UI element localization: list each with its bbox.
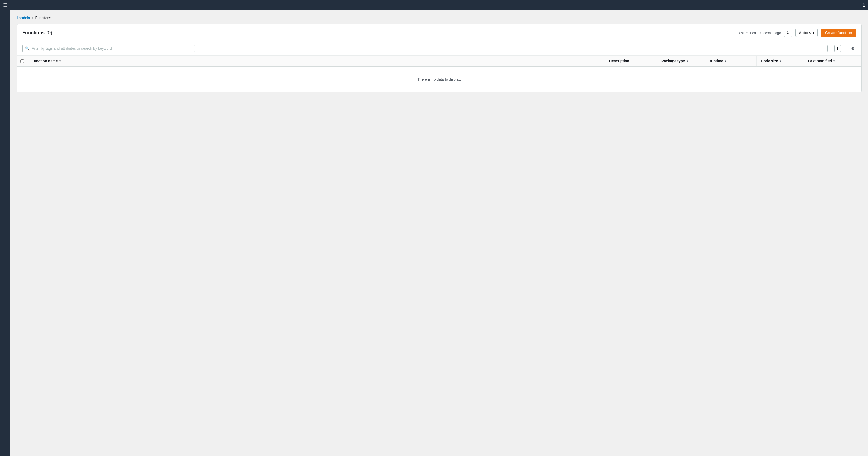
actions-button[interactable]: Actions ▾ (796, 29, 818, 37)
breadcrumb-lambda-link[interactable]: Lambda (17, 16, 30, 20)
column-label-last-modified: Last modified (808, 59, 832, 63)
pagination-prev-icon: ‹ (831, 47, 832, 50)
sidebar (0, 10, 10, 456)
sort-icon-package-type: ▾ (687, 60, 688, 63)
main-layout: Lambda › Functions Functions (0) Last fe… (0, 10, 868, 456)
sort-icon-function-name: ▾ (59, 60, 61, 63)
settings-icon: ⚙ (851, 46, 855, 51)
functions-panel: Functions (0) Last fetched 10 seconds ag… (17, 24, 862, 92)
column-header-description: Description (605, 56, 657, 66)
column-label-code-size: Code size (761, 59, 778, 63)
actions-label: Actions (799, 31, 811, 35)
panel-count: (0) (46, 30, 52, 36)
column-label-function-name: Function name (32, 59, 58, 63)
info-icon: ℹ (863, 2, 865, 8)
breadcrumb: Lambda › Functions (17, 16, 862, 20)
panel-title: Functions (22, 30, 45, 36)
top-nav: ☰ (0, 0, 868, 10)
refresh-icon: ↻ (786, 31, 790, 35)
search-input[interactable] (32, 46, 192, 51)
select-all-checkbox[interactable] (21, 59, 24, 63)
column-header-function-name[interactable]: Function name ▾ (28, 56, 605, 66)
column-header-package-type[interactable]: Package type ▾ (657, 56, 704, 66)
sort-icon-last-modified: ▾ (833, 60, 835, 63)
column-label-package-type: Package type (661, 59, 685, 63)
column-header-code-size[interactable]: Code size ▾ (757, 56, 804, 66)
column-label-description: Description (609, 59, 629, 63)
create-function-button[interactable]: Create function (821, 29, 856, 37)
pagination-prev-button[interactable]: ‹ (828, 45, 835, 52)
pagination-controls: ‹ 1 › ⚙ (828, 45, 856, 52)
table-settings-button[interactable]: ⚙ (849, 45, 856, 52)
sort-icon-runtime: ▾ (725, 60, 726, 63)
pagination-current: 1 (836, 46, 838, 51)
menu-icon[interactable]: ☰ (3, 2, 7, 8)
search-icon: 🔍 (25, 46, 30, 51)
breadcrumb-separator: › (32, 16, 33, 20)
last-fetched-label: Last fetched 10 seconds ago (737, 31, 781, 35)
pagination-next-icon: › (843, 47, 844, 50)
pagination-next-button[interactable]: › (840, 45, 847, 52)
breadcrumb-current: Functions (35, 16, 51, 20)
sort-icon-code-size: ▾ (779, 60, 781, 63)
column-header-last-modified[interactable]: Last modified ▾ (804, 56, 862, 66)
search-bar: 🔍 (22, 44, 195, 52)
table-empty-message: There is no data to display. (17, 67, 862, 92)
select-all-checkbox-cell (17, 56, 28, 66)
info-icon-wrapper[interactable]: ℹ (863, 2, 865, 8)
content-area: Lambda › Functions Functions (0) Last fe… (10, 10, 868, 456)
refresh-button[interactable]: ↻ (784, 29, 792, 37)
panel-header: Functions (0) Last fetched 10 seconds ag… (17, 24, 862, 41)
table-header: Function name ▾ Description Package type… (17, 56, 862, 67)
actions-chevron-icon: ▾ (812, 31, 814, 35)
column-header-runtime[interactable]: Runtime ▾ (704, 56, 757, 66)
column-label-runtime: Runtime (709, 59, 723, 63)
panel-header-right: Last fetched 10 seconds ago ↻ Actions ▾ … (737, 29, 856, 37)
